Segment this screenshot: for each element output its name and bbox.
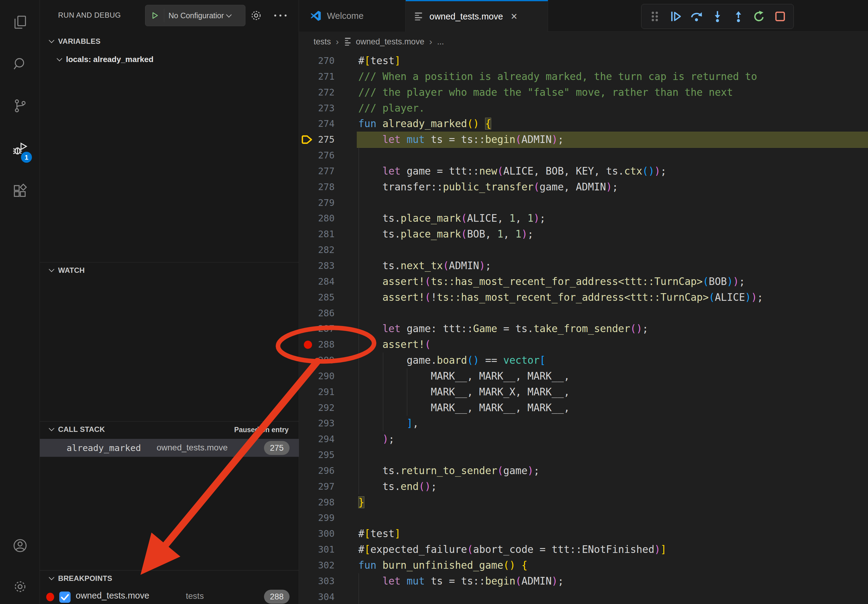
tab-owned-tests-move[interactable]: owned_tests.move × — [406, 0, 548, 32]
line-number[interactable]: 286 — [316, 305, 335, 321]
breakpoint-gutter[interactable] — [299, 242, 316, 258]
debug-configuration-dropdown[interactable]: No Configurations — [145, 5, 245, 26]
more-actions-icon[interactable] — [273, 12, 287, 19]
line-number[interactable]: 283 — [316, 258, 335, 274]
breakpoint-gutter[interactable] — [299, 211, 316, 226]
breakpoint-gutter[interactable] — [299, 258, 316, 274]
line-number[interactable]: 276 — [316, 147, 335, 163]
line-number[interactable]: 273 — [316, 101, 335, 116]
breakpoint-gutter[interactable] — [299, 510, 316, 526]
breakpoint-gutter[interactable] — [299, 400, 316, 416]
settings-gear-icon[interactable] — [12, 579, 28, 594]
line-number[interactable]: 272 — [316, 85, 335, 101]
breakpoint-gutter[interactable] — [299, 195, 316, 211]
gear-icon[interactable] — [250, 9, 262, 22]
code-editor[interactable]: 270#[test]271/// When a position is alre… — [299, 52, 868, 604]
breadcrumb-file[interactable]: owned_tests.move — [356, 37, 424, 46]
breakpoint-gutter[interactable] — [299, 321, 316, 337]
breakpoint-gutter[interactable] — [299, 274, 316, 290]
line-number[interactable]: 279 — [316, 195, 335, 211]
line-number[interactable]: 292 — [316, 400, 335, 416]
line-number[interactable]: 285 — [316, 290, 335, 305]
breakpoint-gutter[interactable] — [299, 431, 316, 447]
files-icon[interactable] — [12, 15, 28, 30]
line-number[interactable]: 303 — [316, 573, 335, 589]
breakpoint-gutter[interactable] — [299, 147, 316, 163]
line-number[interactable]: 270 — [316, 53, 335, 69]
line-number[interactable]: 282 — [316, 242, 335, 258]
line-number[interactable]: 288 — [316, 337, 335, 353]
line-number[interactable]: 296 — [316, 463, 335, 479]
breakpoint-gutter[interactable] — [299, 116, 316, 132]
line-number[interactable]: 280 — [316, 211, 335, 226]
search-icon[interactable] — [12, 57, 28, 72]
line-number[interactable]: 289 — [316, 353, 335, 368]
drag-grip-icon[interactable] — [648, 10, 662, 23]
breakpoint-gutter[interactable] — [299, 384, 316, 400]
close-icon[interactable]: × — [511, 10, 517, 23]
step-into-icon[interactable] — [711, 10, 724, 23]
line-number[interactable]: 290 — [316, 368, 335, 384]
line-number[interactable]: 298 — [316, 494, 335, 510]
line-number[interactable]: 284 — [316, 274, 335, 290]
step-over-icon[interactable] — [690, 10, 703, 23]
source-control-icon[interactable] — [12, 98, 28, 113]
watch-section-header[interactable]: WATCH — [40, 262, 299, 278]
line-number[interactable]: 293 — [316, 415, 335, 431]
breakpoint-gutter[interactable] — [299, 101, 316, 116]
breakpoint-list-item[interactable]: owned_tests.move tests 288 — [40, 589, 299, 604]
line-number[interactable]: 278 — [316, 179, 335, 195]
line-number[interactable]: 291 — [316, 384, 335, 400]
breakpoint-gutter[interactable] — [299, 69, 316, 85]
line-number[interactable]: 299 — [316, 510, 335, 526]
line-number[interactable]: 304 — [316, 589, 335, 604]
breadcrumb-folder[interactable]: tests — [313, 37, 331, 46]
line-number[interactable]: 302 — [316, 558, 335, 573]
breakpoint-gutter[interactable] — [299, 573, 316, 589]
breakpoint-gutter[interactable] — [299, 558, 316, 573]
start-debug-button[interactable] — [146, 9, 164, 22]
breakpoint-gutter[interactable] — [299, 415, 316, 431]
stop-icon[interactable] — [773, 10, 787, 23]
account-icon[interactable] — [12, 538, 28, 553]
breakpoint-gutter[interactable] — [299, 85, 316, 101]
breakpoint-gutter[interactable] — [299, 447, 316, 463]
breakpoint-gutter[interactable] — [299, 53, 316, 69]
call-stack-frame-row[interactable]: already_marked owned_tests.move 275 — [40, 439, 299, 457]
line-number[interactable]: 301 — [316, 542, 335, 558]
breakpoint-checkbox[interactable] — [59, 592, 71, 603]
breakpoint-gutter[interactable] — [299, 290, 316, 305]
step-out-icon[interactable] — [732, 10, 745, 23]
breakpoint-gutter[interactable] — [299, 132, 316, 147]
breakpoint-gutter[interactable] — [299, 463, 316, 479]
breakpoint-gutter[interactable] — [299, 542, 316, 558]
line-number[interactable]: 274 — [316, 116, 335, 132]
breakpoint-gutter[interactable] — [299, 305, 316, 321]
line-number[interactable]: 277 — [316, 163, 335, 179]
breakpoint-gutter[interactable] — [299, 179, 316, 195]
line-number[interactable]: 281 — [316, 226, 335, 242]
breakpoint-dot-icon[interactable] — [304, 341, 312, 349]
breakpoint-gutter[interactable] — [299, 479, 316, 494]
variables-section-header[interactable]: VARIABLES — [40, 34, 299, 49]
line-number[interactable]: 275 — [316, 132, 335, 147]
tab-welcome[interactable]: Welcome — [299, 0, 406, 32]
breakpoint-gutter[interactable] — [299, 353, 316, 368]
breakpoint-gutter[interactable] — [299, 589, 316, 604]
line-number[interactable]: 271 — [316, 69, 335, 85]
restart-icon[interactable] — [752, 10, 766, 23]
line-number[interactable]: 294 — [316, 431, 335, 447]
line-number[interactable]: 287 — [316, 321, 335, 337]
extensions-icon[interactable] — [12, 184, 28, 199]
breakpoint-gutter[interactable] — [299, 226, 316, 242]
breakpoints-section-header[interactable]: BREAKPOINTS — [40, 570, 299, 586]
breadcrumb-more[interactable]: ... — [437, 37, 444, 46]
line-number[interactable]: 297 — [316, 479, 335, 494]
line-number[interactable]: 300 — [316, 526, 335, 542]
breakpoint-gutter[interactable] — [299, 337, 316, 353]
breadcrumb[interactable]: tests › owned_tests.move › ... — [299, 32, 868, 52]
breakpoint-gutter[interactable] — [299, 368, 316, 384]
breakpoint-gutter[interactable] — [299, 494, 316, 510]
variables-scope-row[interactable]: locals: already_marked — [40, 51, 299, 68]
breakpoint-gutter[interactable] — [299, 526, 316, 542]
